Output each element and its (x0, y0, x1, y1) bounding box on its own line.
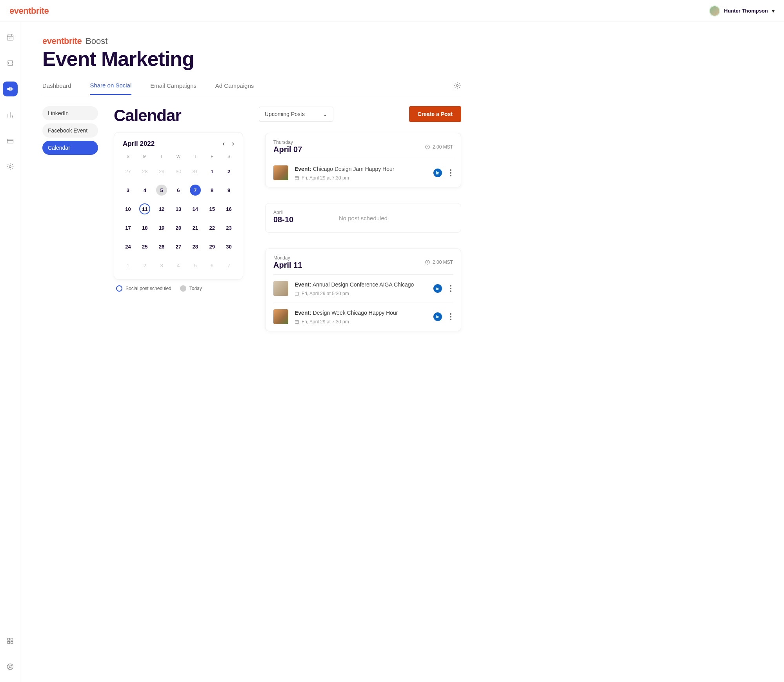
calendar-day[interactable]: 4 (136, 181, 153, 200)
topbar: eventbrite Hunter Thompson ▾ (0, 0, 784, 22)
subnav-linkedin[interactable]: LinkedIn (42, 106, 98, 120)
rail-marketing-icon[interactable] (3, 82, 18, 96)
calendar-day[interactable]: 28 (187, 237, 204, 256)
calendar-day[interactable]: 3 (120, 181, 136, 200)
post-meta: Fri, April 29 at 7:30 pm (295, 175, 427, 181)
calendar-day[interactable]: 6 (170, 181, 187, 200)
calendar-day[interactable]: 20 (170, 218, 187, 237)
calendar-day[interactable]: 1 (120, 256, 136, 275)
legend-scheduled-label: Social post scheduled (126, 286, 171, 291)
rail-analytics-icon[interactable] (3, 107, 18, 122)
calendar-day[interactable]: 16 (220, 200, 237, 218)
calendar-next-icon[interactable]: › (232, 140, 234, 148)
calendar-day[interactable]: 15 (204, 200, 220, 218)
calendar-day[interactable]: 13 (170, 200, 187, 218)
create-post-button[interactable]: Create a Post (409, 106, 461, 122)
calendar-day[interactable]: 6 (204, 256, 220, 275)
svg-text:22: 22 (9, 37, 11, 40)
rail-payment-icon[interactable] (3, 133, 18, 148)
calendar-day[interactable]: 9 (220, 181, 237, 200)
calendar-day[interactable]: 26 (153, 237, 170, 256)
day-weekday: Monday (273, 255, 302, 261)
calendar-day[interactable]: 29 (153, 162, 170, 181)
day-weekday: Thursday (273, 140, 302, 145)
calendar-day[interactable]: 27 (170, 237, 187, 256)
post-meta: Fri, April 29 at 7:30 pm (295, 319, 427, 325)
post-more-icon[interactable] (448, 312, 453, 322)
calendar-day[interactable]: 5 (187, 256, 204, 275)
calendar-day[interactable]: 14 (187, 200, 204, 218)
calendar-day[interactable]: 31 (187, 162, 204, 181)
calendar-dow: M (136, 151, 153, 162)
calendar-day[interactable]: 12 (153, 200, 170, 218)
rail-calendar-icon[interactable]: 22 (3, 30, 18, 45)
day-card: ThursdayApril 072:00 MSTEvent: Chicago D… (265, 133, 461, 187)
rail-settings-icon[interactable] (3, 159, 18, 174)
linkedin-icon: in (433, 312, 442, 321)
calendar-day[interactable]: 7 (187, 181, 204, 200)
page-settings-icon[interactable] (453, 82, 461, 95)
calendar-day[interactable]: 25 (136, 237, 153, 256)
calendar-day[interactable]: 24 (120, 237, 136, 256)
subnav-facebook-event[interactable]: Facebook Event (42, 123, 98, 138)
post-more-icon[interactable] (448, 283, 453, 294)
rail-apps-icon[interactable] (3, 633, 18, 648)
calendar-legend: Social post scheduled Today (114, 285, 243, 292)
rail-ticket-icon[interactable] (3, 56, 18, 71)
day-date: April 11 (273, 261, 302, 270)
tab-dashboard[interactable]: Dashboard (42, 82, 71, 94)
calendar-day[interactable]: 23 (220, 218, 237, 237)
svg-rect-15 (295, 320, 299, 323)
filter-select[interactable]: Upcoming Posts ⌄ (259, 107, 333, 122)
calendar-day[interactable]: 10 (120, 200, 136, 218)
subnav-calendar[interactable]: Calendar (42, 141, 98, 155)
calendar-day[interactable]: 27 (120, 162, 136, 181)
avatar (709, 5, 720, 16)
calendar-day[interactable]: 28 (136, 162, 153, 181)
day-date: 08-10 (273, 215, 293, 224)
calendar-day[interactable]: 30 (170, 162, 187, 181)
rail-help-icon[interactable] (3, 659, 18, 674)
calendar-day[interactable]: 29 (204, 237, 220, 256)
calendar-day[interactable]: 30 (220, 237, 237, 256)
calendar-day[interactable]: 2 (136, 256, 153, 275)
calendar-prev-icon[interactable]: ‹ (222, 140, 225, 148)
tab-email-campaigns[interactable]: Email Campaigns (150, 82, 196, 94)
page-title: Event Marketing (42, 47, 461, 71)
calendar-dow: W (170, 151, 187, 162)
calendar-day[interactable]: 4 (170, 256, 187, 275)
calendar-day[interactable]: 17 (120, 218, 136, 237)
svg-point-3 (9, 166, 11, 168)
legend-today-label: Today (189, 286, 202, 291)
calendar-day[interactable]: 5 (153, 181, 170, 200)
calendar-day[interactable]: 2 (220, 162, 237, 181)
day-time: 2:00 MST (425, 144, 453, 150)
day-date: April 07 (273, 145, 302, 154)
day-card: April08-10No post scheduled (265, 203, 461, 233)
svg-rect-4 (7, 638, 9, 640)
brand-logo[interactable]: eventbrite (9, 6, 49, 16)
boost-header: eventbrite Boost (42, 36, 461, 46)
calendar-day[interactable]: 8 (204, 181, 220, 200)
calendar-day[interactable]: 1 (204, 162, 220, 181)
tab-ad-campaigns[interactable]: Ad Campaigns (215, 82, 254, 94)
post-row: Event: Annual Design Conference AIGA Chi… (266, 275, 461, 303)
post-row: Event: Design Week Chicago Happy HourFri… (266, 303, 461, 331)
calendar-small-icon (295, 319, 299, 324)
tab-share-social[interactable]: Share on Social (90, 82, 131, 95)
calendar-day[interactable]: 22 (204, 218, 220, 237)
calendar-day[interactable]: 18 (136, 218, 153, 237)
day-weekday: April (273, 210, 293, 215)
user-menu[interactable]: Hunter Thompson ▾ (709, 5, 775, 16)
svg-rect-12 (295, 176, 299, 180)
post-more-icon[interactable] (448, 168, 453, 178)
clock-icon (425, 144, 430, 150)
calendar-day[interactable]: 3 (153, 256, 170, 275)
calendar-day[interactable]: 7 (220, 256, 237, 275)
calendar-day[interactable]: 11 (136, 200, 153, 218)
calendar-day[interactable]: 19 (153, 218, 170, 237)
tabs: Dashboard Share on Social Email Campaign… (42, 82, 461, 95)
svg-point-9 (9, 666, 11, 668)
calendar-small-icon (295, 176, 299, 180)
calendar-day[interactable]: 21 (187, 218, 204, 237)
